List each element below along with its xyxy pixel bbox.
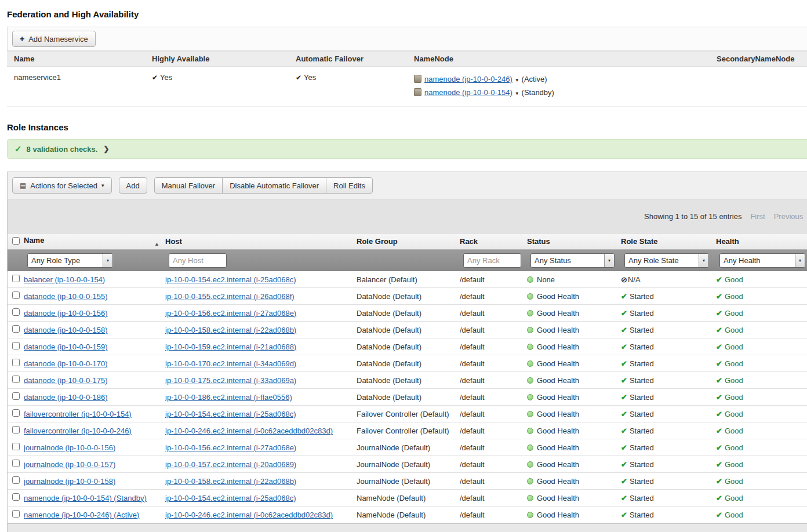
column-header-role-group[interactable]: Role Group <box>357 234 460 250</box>
namenode-link[interactable]: namenode (ip-10-0-0-246) <box>424 75 512 83</box>
host-link[interactable]: ip-10-0-0-156.ec2.internal (i-27ad068e) <box>165 443 296 452</box>
roll-edits-button[interactable]: Roll Edits <box>326 177 373 194</box>
pagination-first[interactable]: First <box>750 212 765 221</box>
row-checkbox[interactable] <box>12 493 20 501</box>
column-header-name[interactable]: Name▲ <box>24 234 165 250</box>
status-dot-icon <box>527 344 533 350</box>
namenode-link[interactable]: namenode (ip-10-0-0-154) <box>424 88 512 97</box>
role-link[interactable]: journalnode (ip-10-0-0-156) <box>24 443 115 452</box>
role-link[interactable]: datanode (ip-10-0-0-156) <box>24 309 108 318</box>
health-check-icon: ✔ <box>716 309 722 318</box>
health-label: Good <box>725 427 743 435</box>
column-header-role-state[interactable]: Role State <box>621 234 716 250</box>
add-button[interactable]: Add <box>119 177 147 194</box>
host-link[interactable]: ip-10-0-0-159.ec2.internal (i-21ad0688) <box>165 342 296 351</box>
role-state-label: Started <box>630 342 654 351</box>
health-check-icon: ✔ <box>716 427 722 435</box>
role-link[interactable]: balancer (ip-10-0-0-154) <box>24 275 105 284</box>
role-link[interactable]: namenode (ip-10-0-0-246) (Active) <box>24 511 139 519</box>
host-link[interactable]: ip-10-0-0-154.ec2.internal (i-25ad068c) <box>165 410 296 418</box>
role-group-cell: DataNode (Default) <box>357 288 460 305</box>
add-nameservice-button[interactable]: + Add Nameservice <box>12 31 96 47</box>
host-filter-input[interactable] <box>169 253 227 268</box>
row-checkbox[interactable] <box>12 325 20 333</box>
row-checkbox[interactable] <box>12 291 20 299</box>
chevron-down-icon[interactable]: ▾ <box>515 90 518 96</box>
host-cell: ip-10-0-0-246.ec2.internal (i-0c62aceddb… <box>165 422 357 439</box>
column-header-rack[interactable]: Rack <box>460 234 527 250</box>
row-checkbox[interactable] <box>12 409 20 417</box>
host-link[interactable]: ip-10-0-0-170.ec2.internal (i-34ad069d) <box>165 359 296 368</box>
column-header-host[interactable]: Host <box>165 234 357 250</box>
sort-asc-icon: ▲ <box>154 241 159 247</box>
status-filter[interactable]: Any Status ▾ <box>530 253 615 268</box>
role-link[interactable]: namenode (ip-10-0-0-154) (Standby) <box>24 494 147 502</box>
host-link[interactable]: ip-10-0-0-175.ec2.internal (i-33ad069a) <box>165 376 296 385</box>
role-state-cell: ✔Started <box>621 389 716 406</box>
health-filter[interactable]: Any Health ▾ <box>719 253 805 268</box>
row-checkbox[interactable] <box>12 275 20 282</box>
row-checkbox[interactable] <box>12 376 20 383</box>
status-cell: Good Health <box>527 389 621 406</box>
host-link[interactable]: ip-10-0-0-186.ec2.internal (i-ffae0556) <box>165 393 292 402</box>
host-link[interactable]: ip-10-0-0-158.ec2.internal (i-22ad068b) <box>165 326 296 334</box>
namenode-cell: namenode (ip-10-0-0-246) ▾ (Active) name… <box>407 67 710 107</box>
host-link[interactable]: ip-10-0-0-154.ec2.internal (i-25ad068c) <box>165 494 296 502</box>
validation-banner[interactable]: ✓ 8 validation checks. ❯ <box>7 139 807 159</box>
filter-cell-role-group <box>357 250 460 271</box>
rack-filter-input[interactable] <box>463 253 521 268</box>
table-row: failovercontroller (ip-10-0-0-246) ip-10… <box>8 422 807 439</box>
row-checkbox[interactable] <box>12 392 20 400</box>
status-cell: Good Health <box>527 355 621 372</box>
host-link[interactable]: ip-10-0-0-246.ec2.internal (i-0c62aceddb… <box>165 511 333 519</box>
role-state-filter[interactable]: Any Role State ▾ <box>624 253 709 268</box>
host-cell: ip-10-0-0-158.ec2.internal (i-22ad068b) <box>165 473 357 490</box>
host-link[interactable]: ip-10-0-0-155.ec2.internal (i-26ad068f) <box>165 292 295 301</box>
disable-automatic-failover-button[interactable]: Disable Automatic Failover <box>222 177 326 194</box>
status-label: Good Health <box>537 443 579 452</box>
manual-failover-button[interactable]: Manual Failover <box>154 177 223 194</box>
role-link[interactable]: journalnode (ip-10-0-0-157) <box>24 460 115 469</box>
status-cell: Good Health <box>527 473 621 490</box>
host-link[interactable]: ip-10-0-0-156.ec2.internal (i-27ad068e) <box>165 309 296 318</box>
row-checkbox[interactable] <box>12 510 20 518</box>
health-label: Good <box>725 292 743 301</box>
row-checkbox[interactable] <box>12 342 20 349</box>
row-checkbox[interactable] <box>12 308 20 316</box>
host-link[interactable]: ip-10-0-0-246.ec2.internal (i-0c62aceddb… <box>165 427 333 435</box>
row-checkbox[interactable] <box>12 426 20 433</box>
role-link[interactable]: datanode (ip-10-0-0-170) <box>24 359 108 368</box>
table-row: datanode (ip-10-0-0-186) ip-10-0-0-186.e… <box>8 389 807 406</box>
role-link[interactable]: journalnode (ip-10-0-0-158) <box>24 477 115 486</box>
status-cell: Good Health <box>527 406 621 422</box>
highly-available-cell: ✔Yes <box>145 67 289 107</box>
role-link[interactable]: datanode (ip-10-0-0-186) <box>24 393 108 402</box>
column-header-status[interactable]: Status <box>527 234 621 250</box>
role-link[interactable]: datanode (ip-10-0-0-175) <box>24 376 108 385</box>
role-link[interactable]: datanode (ip-10-0-0-155) <box>24 292 108 301</box>
health-label: Good <box>725 494 743 502</box>
role-link[interactable]: datanode (ip-10-0-0-159) <box>24 342 108 351</box>
chevron-right-icon[interactable]: ❯ <box>103 145 109 153</box>
host-link[interactable]: ip-10-0-0-154.ec2.internal (i-25ad068c) <box>165 275 296 284</box>
row-checkbox[interactable] <box>12 460 20 467</box>
status-label: Good Health <box>537 427 579 435</box>
role-link[interactable]: failovercontroller (ip-10-0-0-154) <box>24 410 132 418</box>
role-link[interactable]: datanode (ip-10-0-0-158) <box>24 326 108 334</box>
row-checkbox[interactable] <box>12 359 20 366</box>
host-link[interactable]: ip-10-0-0-158.ec2.internal (i-22ad068b) <box>165 477 296 486</box>
row-checkbox[interactable] <box>12 443 20 450</box>
actions-for-selected-button[interactable]: ▤ Actions for Selected ▾ <box>12 177 112 194</box>
role-group-cell: DataNode (Default) <box>357 372 460 389</box>
column-header-health[interactable]: Health <box>716 234 807 250</box>
select-all-checkbox[interactable] <box>12 237 20 245</box>
chevron-down-icon[interactable]: ▾ <box>515 77 518 83</box>
namenode-state: (Active) <box>522 75 547 83</box>
pagination-previous[interactable]: Previous <box>774 212 804 221</box>
role-type-filter[interactable]: Any Role Type ▾ <box>27 253 113 268</box>
role-state-icon: ✔ <box>621 494 627 502</box>
health-cell: ✔Good <box>716 473 807 490</box>
host-link[interactable]: ip-10-0-0-157.ec2.internal (i-20ad0689) <box>165 460 296 469</box>
row-checkbox[interactable] <box>12 476 20 484</box>
role-link[interactable]: failovercontroller (ip-10-0-0-246) <box>24 427 132 435</box>
